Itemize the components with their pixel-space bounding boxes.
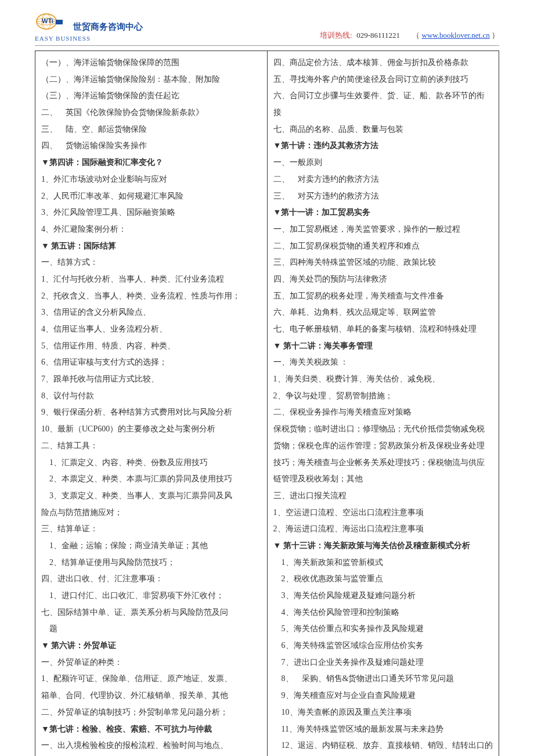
outline-line: 四、进出口收、付、汇注意事项： <box>41 571 261 588</box>
outline-line: ▼第四讲：国际融资和汇率变化？ <box>41 154 261 171</box>
outline-line: （一）、海洋运输货物保险保障的范围 <box>41 55 261 71</box>
outline-line: 一、一般原则 <box>273 154 493 171</box>
outline-line: 1、海关归类、税费计算、海关估价、减免税、 <box>273 371 493 388</box>
outline-line: 一、结算方式： <box>41 254 261 271</box>
outline-line: 7、进出口企业关务操作及疑难问题处理 <box>273 654 493 671</box>
outline-line: ▼第十讲：违约及其救济方法 <box>273 138 493 154</box>
outline-line: 二、保税业务操作与海关稽查应对策略 <box>273 404 493 421</box>
wti-logo: WTi <box>35 12 65 34</box>
outline-line: 2、海运进口流程、海运出口流程注意事项 <box>273 521 493 538</box>
outline-line: 5、信用证作用、特质、内容、种类、 <box>41 338 261 355</box>
outline-line: 六、合同订立步骤与生效要件、货、证、船、款各环节的衔 <box>273 88 493 105</box>
outline-line: 一、出入境检验检疫的报检流程、检验时间与地点、 <box>41 737 261 754</box>
hotline-label: 培训热线: <box>320 31 352 39</box>
outline-line: 七、商品的名称、品质、数量与包装 <box>273 121 493 138</box>
outline-line: 9、银行保函分析、各种结算方式费用对比与风险分析 <box>41 404 261 421</box>
outline-line: 3、信用证的含义分析风险点、 <box>41 304 261 321</box>
outline-line: 10、最新（UCP600）的主要修改之处与案例分析 <box>41 421 261 438</box>
outline-line: 2、结算单证使用与风险防范技巧； <box>41 555 261 571</box>
outline-line: 四、 货物运输保险实务操作 <box>41 138 261 154</box>
outline-line: 1、汇票定义、内容、种类、份数及应用技巧 <box>41 455 261 471</box>
outline-line: 技巧；海关稽查与企业帐务关系处理技巧；保税物流与供应 <box>273 455 493 471</box>
outline-line: 接 <box>273 105 493 121</box>
outline-line: 10、海关查帐的原因及重点关注事项 <box>273 704 493 721</box>
page-header: WTi 世贸商务咨询中心 EASY BUSINESS 培训热线: 029-861… <box>35 12 499 46</box>
outline-line: 3、支票定义、种类、当事人、支票与汇票异同及风 <box>41 488 261 505</box>
outline-line: 7、跟单托收与信用证方式比较、 <box>41 371 261 388</box>
outline-line: 三、 陆、空、邮运货物保险 <box>41 121 261 138</box>
outline-line: 险点与防范措施应对； <box>41 505 261 521</box>
tagline: EASY BUSINESS <box>35 35 143 42</box>
outline-line: 四、海关处罚的预防与法律救济 <box>273 271 493 288</box>
outline-line: 2、托收含义、当事人、种类、业务流程、性质与作用； <box>41 288 261 305</box>
outline-line: 箱单、合同、代理协议、外汇核销单、报关单、其他 <box>41 687 261 704</box>
outline-line: 三、结算单证： <box>41 521 261 538</box>
outline-line: 11、海关特殊监管区域的最新发展与未来趋势 <box>273 721 493 738</box>
outline-line: 六、单耗、边角料、残次品规定等、联网监管 <box>273 304 493 321</box>
outline-line: 6、信用证审核与支付方式的选择； <box>41 354 261 371</box>
outline-line: ▼第十一讲：加工贸易实务 <box>273 204 493 221</box>
outline-line: 8、 采购、销售&货物进出口通关环节常见问题 <box>273 671 493 687</box>
outline-line: 链管理及税收筹划；其他 <box>273 471 493 488</box>
left-column: （一）、海洋运输货物保险保障的范围（二）、海洋运输货物保险险别：基本险、附加险（… <box>35 51 268 757</box>
outline-line: 一、外贸单证的种类： <box>41 654 261 671</box>
outline-line: ▼ 第六讲：外贸单证 <box>41 638 261 654</box>
outline-line: 二、 英国《伦敦保险协会货物保险新条款》 <box>41 105 261 121</box>
outline-line: 三、进出口报关流程 <box>273 488 493 505</box>
outline-line: 3、外汇风险管理工具、国际融资策略 <box>41 204 261 221</box>
outline-line: 1、金融；运输；保险；商业清关单证；其他 <box>41 538 261 555</box>
outline-line: 一、加工贸易概述，海关监管要求，操作的一般过程 <box>273 221 493 238</box>
outline-line: 1、汇付与托收分析、当事人、种类、汇付业务流程 <box>41 271 261 288</box>
outline-line: 三、四种海关特殊监管区域的功能、政策比较 <box>273 254 493 271</box>
outline-line: 2、争议与处理 、贸易管制措施； <box>273 388 493 405</box>
outline-line: 七、电子帐册核销、单耗的备案与核销、流程和特殊处理 <box>273 321 493 338</box>
paren-close: ） <box>492 31 499 39</box>
outline-line: 12、退运、内销征税、放弃、直接核销、销毁、结转出口的 <box>273 737 493 754</box>
outline-line: 二、加工贸易保税货物的通关程序和难点 <box>273 238 493 255</box>
outline-line: 1、海关新政策和监管新模式 <box>273 555 493 571</box>
outline-line: 4、外汇避险案例分析： <box>41 221 261 238</box>
outline-line: 4、信用证当事人、业务流程分析、 <box>41 321 261 338</box>
outline-line: 二、结算工具： <box>41 438 261 455</box>
outline-line: 3、海关估价风险规避及疑难问题分析 <box>273 588 493 604</box>
paren-open: （ <box>412 31 420 39</box>
outline-line: 2、本票定义、种类、本票与汇票的异同及使用技巧 <box>41 471 261 488</box>
outline-line: 5、海关估价重点和实务操作及风险规避 <box>273 621 493 638</box>
svg-text:WTi: WTi <box>42 17 53 24</box>
outline-line: 五、寻找海外客户的简便途径及合同订立前的谈判技巧 <box>273 71 493 88</box>
header-right: 培训热线: 029-86111221 （ www.booklover.net.c… <box>320 30 499 42</box>
outline-line: 一、海关关税政策 ： <box>273 354 493 371</box>
outline-line: 8、议付与付款 <box>41 388 261 405</box>
outline-line: 1、配额许可证、保险单、信用证、原产地证、发票、 <box>41 671 261 687</box>
outline-line: （二）、海洋运输货物保险险别：基本险、附加险 <box>41 71 261 88</box>
outline-line: 三、 对买方违约的救济方法 <box>273 188 493 205</box>
outline-line: ▼第七讲：检验、检疫、索赔、不可抗力与仲裁 <box>41 721 261 738</box>
right-column: 四、商品定价方法、成本核算、佣金与折扣及价格条款五、寻找海外客户的简便途径及合同… <box>267 51 499 757</box>
outline-table: （一）、海洋运输货物保险保障的范围（二）、海洋运输货物保险险别：基本险、附加险（… <box>35 51 499 756</box>
outline-line: 七、国际结算中单、证、票关系分析与风险防范及问 <box>41 604 261 621</box>
outline-line: 1、进口付汇、出口收汇、非贸易项下外汇收付； <box>41 588 261 604</box>
outline-line: 2、人民币汇率改革、如何规避汇率风险 <box>41 188 261 205</box>
outline-line: 五、加工贸易的税务处理，海关稽查与文件准备 <box>273 288 493 305</box>
outline-line: 2、税收优惠政策与监管重点 <box>273 571 493 588</box>
org-name: 世贸商务咨询中心 <box>73 21 143 33</box>
outline-line: ▼ 第十二讲：海关事务管理 <box>273 338 493 355</box>
outline-line: 9、海关稽查应对与企业自查风险规避 <box>273 687 493 704</box>
outline-line: 6、海关特殊监管区域综合应用估价实务 <box>273 638 493 654</box>
outline-line: 二、 对卖方违约的救济方法 <box>273 171 493 188</box>
outline-line: 二、外贸单证的填制技巧；外贸制单常见问题分析； <box>41 704 261 721</box>
outline-line: 1、空运进口流程、空运出口流程注意事项 <box>273 505 493 521</box>
header-left: WTi 世贸商务咨询中心 EASY BUSINESS <box>35 12 143 42</box>
outline-line: 4、海关估价风险管理和控制策略 <box>273 604 493 621</box>
website-link[interactable]: www.booklover.net.cn <box>422 31 490 39</box>
outline-line: 保税货物；临时进出口；修理物品；无代价抵偿货物减免税 <box>273 421 493 438</box>
outline-line: 货物；保税仓库的运作管理；贸易政策分析及保税业务处理 <box>273 438 493 455</box>
outline-line: ▼ 第十三讲：海关新政策与海关估价及稽查新模式分析 <box>273 538 493 555</box>
outline-line: （三）、海洋运输货物保险的责任起讫 <box>41 88 261 105</box>
outline-line: 四、商品定价方法、成本核算、佣金与折扣及价格条款 <box>273 55 493 71</box>
outline-line: 题 <box>41 621 261 638</box>
hotline-number: 029-86111221 <box>356 31 400 39</box>
logo-row: WTi 世贸商务咨询中心 <box>35 12 143 34</box>
outline-line: 1、外汇市场波动对企业影响与应对 <box>41 171 261 188</box>
outline-line: ▼ 第五讲：国际结算 <box>41 238 261 255</box>
